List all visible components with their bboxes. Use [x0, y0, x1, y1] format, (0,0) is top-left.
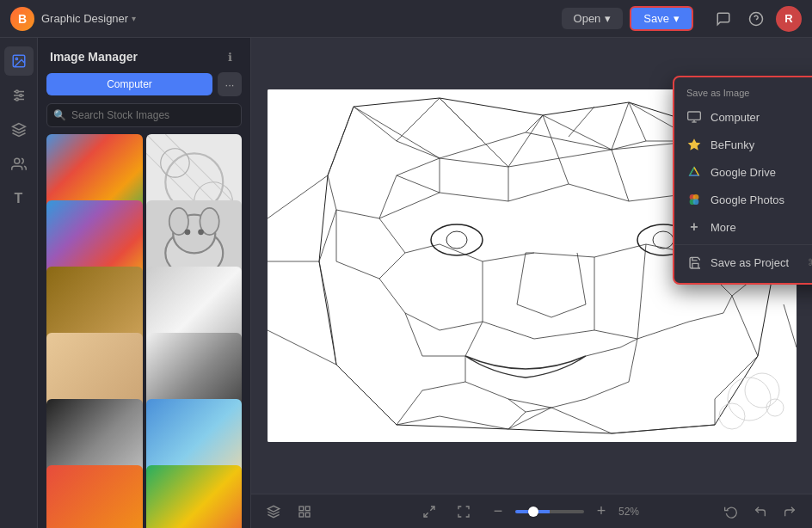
google-photos-icon	[686, 192, 702, 207]
avatar-letter: R	[784, 12, 792, 25]
search-input[interactable]	[46, 103, 242, 127]
befunky-icon	[686, 137, 702, 152]
open-chevron-icon: ▾	[605, 12, 611, 25]
svg-line-13	[165, 134, 242, 211]
sidebar-title: Image Manager	[50, 50, 138, 64]
topbar: B Graphic Designer ▾ Open ▾ Save ▾ R	[0, 0, 812, 38]
tab-computer[interactable]: Computer	[46, 73, 212, 95]
photos-tool-button[interactable]	[4, 46, 34, 76]
project-title[interactable]: Graphic Designer ▾	[41, 12, 136, 25]
more-label: More	[710, 221, 812, 234]
help-button[interactable]	[743, 6, 769, 32]
dropdown-item-computer[interactable]: Computer ⌘S	[674, 103, 812, 131]
save-chevron-icon: ▾	[674, 12, 680, 25]
svg-marker-157	[688, 138, 701, 150]
list-item[interactable]	[46, 465, 143, 528]
open-button[interactable]: Open ▾	[562, 8, 624, 29]
save-button[interactable]: Save ▾	[630, 6, 693, 31]
svg-line-160	[694, 168, 698, 175]
svg-point-164	[693, 199, 699, 205]
bottom-center-controls: − + 52%	[417, 500, 646, 524]
google-drive-icon	[686, 164, 702, 180]
more-icon: +	[686, 219, 702, 235]
svg-point-23	[198, 229, 204, 235]
history-button[interactable]	[719, 500, 743, 524]
fit-screen-button[interactable]	[417, 500, 441, 524]
google-photos-label: Google Photos	[710, 193, 812, 206]
title-text: Graphic Designer	[41, 12, 128, 25]
zoom-in-button[interactable]: +	[589, 500, 613, 524]
svg-rect-148	[299, 507, 304, 511]
svg-marker-10	[12, 124, 25, 131]
icon-bar: T	[0, 38, 38, 528]
save-project-shortcut: ⌘⇧S	[808, 257, 812, 268]
sidebar-header: Image Manager ℹ	[38, 38, 250, 72]
comment-button[interactable]	[710, 6, 736, 32]
befunky-label: BeFunky	[710, 138, 812, 151]
fullscreen-button[interactable]	[452, 500, 476, 524]
sidebar: Image Manager ℹ Computer ··· 🔍	[38, 38, 251, 528]
svg-point-9	[15, 98, 18, 101]
canvas-area: − + 52%	[251, 38, 812, 528]
svg-line-152	[430, 507, 434, 511]
computer-label: Computer	[710, 111, 807, 124]
people-tool-button[interactable]	[4, 150, 34, 179]
svg-line-159	[690, 168, 694, 175]
app-logo: B	[10, 7, 34, 31]
zoom-controls: − + 52%	[486, 500, 646, 524]
dropdown-divider	[674, 244, 812, 245]
layers-tool-button[interactable]	[4, 115, 34, 144]
sidebar-tabs: Computer ···	[38, 72, 250, 103]
google-drive-label: Google Drive	[710, 166, 812, 179]
svg-point-8	[19, 95, 22, 97]
save-project-icon	[686, 255, 702, 270]
dropdown-item-befunky[interactable]: BeFunky	[674, 131, 812, 158]
dropdown-item-more[interactable]: + More ›	[674, 213, 812, 241]
title-chevron: ▾	[132, 14, 136, 23]
svg-rect-149	[305, 507, 310, 511]
topbar-icons: R	[710, 6, 802, 32]
redo-button[interactable]	[778, 500, 802, 524]
grid-bottom-button[interactable]	[292, 500, 317, 524]
save-label: Save	[643, 12, 669, 25]
sidebar-search: 🔍	[46, 103, 242, 127]
more-dots-icon: ···	[225, 78, 235, 91]
avatar[interactable]: R	[776, 6, 802, 32]
svg-line-153	[424, 513, 428, 517]
main-area: T Image Manager ℹ Computer ··· 🔍	[0, 38, 812, 528]
bottom-bar: − + 52%	[251, 494, 812, 528]
tab-more-button[interactable]: ···	[218, 72, 242, 96]
adjustments-tool-button[interactable]	[4, 81, 34, 110]
save-dropdown: Save as Image Computer ⌘S BeFunky	[673, 76, 812, 285]
svg-marker-147	[268, 506, 279, 512]
save-project-label: Save as Project	[710, 256, 799, 269]
dropdown-item-save-project[interactable]: Save as Project ⌘⇧S	[674, 249, 812, 276]
svg-marker-158	[690, 168, 699, 175]
computer-icon	[686, 109, 702, 125]
bottom-left-tools	[261, 500, 317, 524]
text-tool-button[interactable]: T	[4, 184, 34, 213]
svg-rect-154	[688, 112, 701, 120]
zoom-percentage: 52%	[618, 506, 646, 518]
zoom-slider[interactable]	[515, 510, 584, 513]
image-grid	[38, 134, 250, 528]
layers-bottom-button[interactable]	[261, 500, 286, 524]
list-item[interactable]	[146, 465, 243, 528]
dropdown-section-title: Save as Image	[674, 84, 812, 103]
text-icon: T	[15, 191, 23, 206]
zoom-out-button[interactable]: −	[486, 500, 510, 524]
svg-point-11	[14, 158, 19, 163]
undo-button[interactable]	[748, 500, 772, 524]
svg-point-22	[184, 229, 190, 235]
sidebar-info-button[interactable]: ℹ	[221, 48, 238, 65]
svg-rect-151	[305, 513, 310, 517]
search-icon: 🔍	[53, 109, 66, 121]
svg-point-3	[15, 58, 17, 59]
dropdown-item-google-photos[interactable]: Google Photos	[674, 186, 812, 213]
open-label: Open	[574, 12, 601, 25]
dropdown-item-google-drive[interactable]: Google Drive	[674, 158, 812, 186]
bottom-right-tools	[719, 500, 802, 524]
svg-rect-150	[299, 513, 304, 517]
svg-point-7	[15, 90, 18, 93]
